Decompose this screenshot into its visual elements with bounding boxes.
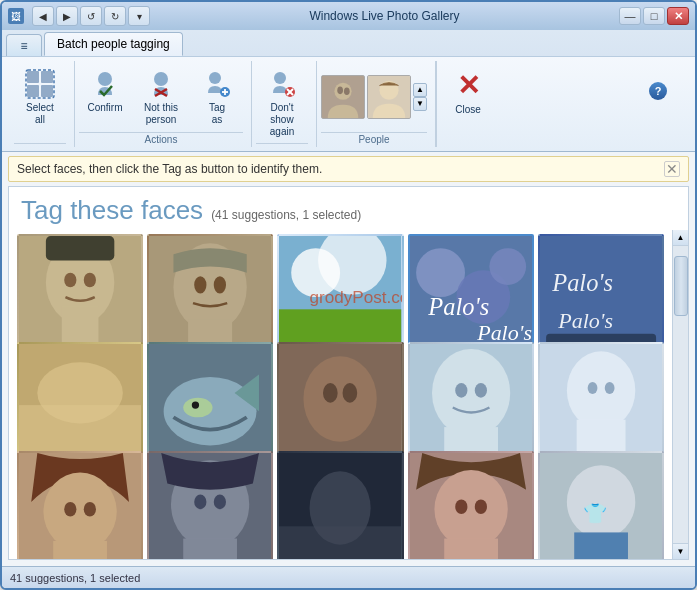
scroll-track[interactable]: [673, 246, 688, 543]
svg-point-5: [98, 72, 112, 86]
ribbon: ≡ Batch people tagging: [2, 30, 695, 152]
ribbon-content: Selectall: [2, 56, 695, 151]
svg-point-69: [605, 382, 615, 394]
person-thumb-2[interactable]: [367, 75, 411, 119]
photo-cell[interactable]: [277, 342, 403, 468]
svg-text:grodyPost.com: grodyPost.com: [310, 288, 402, 307]
scroll-up-arrow[interactable]: ▲: [673, 230, 689, 246]
svg-rect-1: [41, 71, 53, 83]
tab-batch-people-tagging[interactable]: Batch people tagging: [44, 32, 183, 56]
nav-buttons: ◀ ▶ ↺ ↻ ▾: [32, 6, 150, 26]
svg-point-33: [214, 276, 226, 293]
photo-cell[interactable]: [17, 342, 143, 468]
app-window: 🖼 ◀ ▶ ↺ ↻ ▾ Windows Live Photo Gallery —…: [0, 0, 697, 590]
tab-label: Batch people tagging: [57, 37, 170, 51]
minimize-button[interactable]: —: [619, 7, 641, 25]
svg-rect-72: [53, 541, 107, 559]
select-all-icon: [24, 68, 56, 100]
svg-point-82: [310, 471, 371, 544]
svg-point-26: [64, 273, 76, 288]
maximize-button[interactable]: □: [643, 7, 665, 25]
nav-redo[interactable]: ↻: [104, 6, 126, 26]
photo-cell[interactable]: [408, 342, 534, 468]
svg-point-71: [43, 472, 116, 550]
svg-point-27: [84, 273, 96, 288]
people-scroll-down[interactable]: ▼: [413, 97, 427, 111]
select-group-label: [14, 143, 66, 145]
not-this-person-icon: [145, 68, 177, 100]
photo-cell[interactable]: [17, 234, 143, 360]
svg-point-51: [37, 363, 123, 424]
ribbon-group-people: ▲ ▼ People: [317, 61, 436, 147]
svg-rect-0: [27, 71, 39, 83]
photo-cell[interactable]: Palo'sPalo's: [538, 234, 664, 360]
scrollbar: ▲ ▼: [672, 230, 688, 559]
svg-point-87: [474, 499, 486, 514]
photo-cell[interactable]: Palo'sPalo's: [408, 234, 534, 360]
photo-cell[interactable]: [17, 451, 143, 559]
photo-cell[interactable]: [147, 342, 273, 468]
title-bar: 🖼 ◀ ▶ ↺ ↻ ▾ Windows Live Photo Gallery —…: [2, 2, 695, 30]
svg-rect-90: [574, 532, 628, 559]
tag-as-label: Tagas: [209, 102, 225, 126]
not-this-person-label: Not thisperson: [144, 102, 178, 126]
window-close-button[interactable]: ✕: [667, 7, 689, 25]
photo-cell[interactable]: [147, 234, 273, 360]
actions-group-label: Actions: [79, 132, 243, 145]
close-label: Close: [455, 104, 481, 116]
photo-cell[interactable]: 👕: [538, 451, 664, 559]
scroll-down-arrow[interactable]: ▼: [673, 543, 689, 559]
svg-point-9: [209, 72, 221, 84]
confirm-label: Confirm: [87, 102, 122, 114]
info-bar-close-button[interactable]: ✕: [664, 161, 680, 177]
home-icon: ≡: [20, 39, 27, 53]
ribbon-group-dont-show: Don't showagain: [252, 61, 317, 147]
svg-rect-77: [183, 538, 237, 559]
tag-heading-title: Tag these faces: [21, 195, 203, 226]
svg-text:Palo's: Palo's: [427, 293, 489, 320]
photo-cell[interactable]: [538, 342, 664, 468]
svg-point-58: [323, 383, 338, 403]
info-bar-message: Select faces, then click the Tag as butt…: [17, 162, 322, 176]
svg-point-64: [474, 383, 486, 398]
person-thumb-1[interactable]: [321, 75, 365, 119]
photo-cell[interactable]: [277, 451, 403, 559]
nav-undo[interactable]: ↺: [80, 6, 102, 26]
photo-cell[interactable]: grodyPost.com: [277, 234, 403, 360]
photo-cell[interactable]: [147, 451, 273, 559]
app-icon: 🖼: [8, 8, 24, 24]
svg-rect-3: [41, 85, 53, 97]
status-text: 41 suggestions, 1 selected: [10, 572, 140, 584]
svg-point-86: [455, 499, 467, 514]
confirm-button[interactable]: Confirm: [79, 63, 131, 117]
select-all-button[interactable]: Selectall: [14, 63, 66, 129]
nav-dropdown[interactable]: ▾: [128, 6, 150, 26]
main-content: Tag these faces (41 suggestions, 1 selec…: [8, 186, 689, 560]
svg-text:Palo's: Palo's: [557, 308, 613, 333]
ribbon-group-actions: Confirm Not thisperson: [75, 61, 252, 147]
svg-point-32: [194, 276, 206, 293]
people-scroll: ▲ ▼: [413, 81, 427, 113]
scroll-thumb[interactable]: [674, 256, 688, 316]
ribbon-group-close: ✕ Close: [436, 61, 499, 147]
help-button[interactable]: ?: [649, 82, 667, 100]
svg-point-74: [84, 502, 96, 517]
nav-back[interactable]: ◀: [32, 6, 54, 26]
svg-rect-85: [444, 538, 498, 559]
select-all-label: Selectall: [26, 102, 54, 126]
svg-point-6: [154, 72, 168, 86]
svg-point-42: [489, 248, 526, 285]
tag-heading-subtitle: (41 suggestions, 1 selected): [211, 208, 361, 222]
tag-as-button[interactable]: Tagas: [191, 63, 243, 129]
close-tab-button[interactable]: ✕ Close: [445, 65, 491, 121]
nav-forward[interactable]: ▶: [56, 6, 78, 26]
svg-text:👕: 👕: [583, 501, 608, 525]
tag-heading: Tag these faces (41 suggestions, 1 selec…: [9, 187, 688, 230]
info-bar: Select faces, then click the Tag as butt…: [8, 156, 689, 182]
tab-home[interactable]: ≡: [6, 34, 42, 56]
select-buttons: Selectall: [14, 63, 66, 141]
not-this-person-button[interactable]: Not thisperson: [135, 63, 187, 129]
dont-show-again-button[interactable]: Don't showagain: [256, 63, 308, 141]
people-scroll-up[interactable]: ▲: [413, 83, 427, 97]
photo-cell[interactable]: [408, 451, 534, 559]
